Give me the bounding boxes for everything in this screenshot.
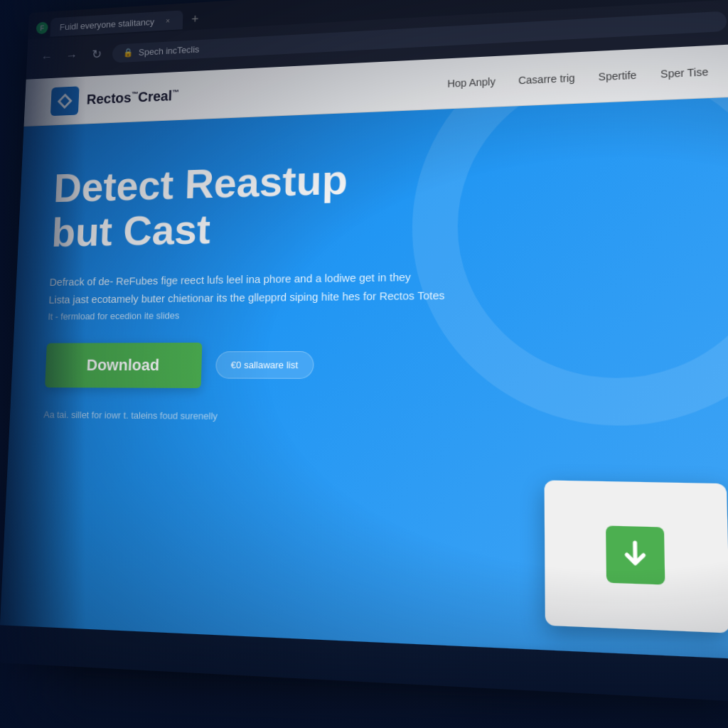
logo-text: Rectos™Creal™ <box>86 87 178 107</box>
logo-icon <box>50 86 80 116</box>
logo-area: Rectos™Creal™ <box>50 81 179 116</box>
hero-footnote: Aa tai. sillet for iowr t. taleins foud … <box>43 409 708 426</box>
new-tab-button[interactable]: + <box>186 9 205 29</box>
back-button[interactable]: ← <box>37 47 56 67</box>
forward-button[interactable]: → <box>62 46 81 65</box>
refresh-button[interactable]: ↻ <box>87 44 106 64</box>
hero-title: Detect Reastup but Cast <box>50 152 465 255</box>
cta-row: Download €0 sallaware list <box>45 341 707 390</box>
download-arrow-icon <box>606 525 665 584</box>
hero-description-3: It - fermload for ecedion ite slides <box>48 308 404 322</box>
secondary-cta-button[interactable]: €0 sallaware list <box>215 351 314 379</box>
hero-section: Detect Reastup but Cast Defrack of de- R… <box>0 97 728 660</box>
download-button[interactable]: Download <box>45 342 202 387</box>
nav-links: Hop Anply Casarre trig Spertife Sper Tis… <box>447 65 708 89</box>
website-content: Rectos™Creal™ Hop Anply Casarre trig Spe… <box>0 44 728 660</box>
nav-link-4[interactable]: Sper Tise <box>660 65 709 80</box>
device-mockup <box>545 480 728 633</box>
browser-window: F Fuidl everyone stalitancy × + ← → <box>0 0 728 702</box>
nav-link-2[interactable]: Casarre trig <box>518 72 575 86</box>
lock-icon: 🔒 <box>123 48 134 58</box>
tab-close-button[interactable]: × <box>162 15 173 26</box>
tab-favicon: F <box>36 21 48 34</box>
hero-description-1: Defrack of de- ReFubes fige reect lufs l… <box>49 269 481 288</box>
nav-link-3[interactable]: Spertife <box>599 69 637 82</box>
tab-title: Fuidl everyone stalitancy <box>60 16 155 32</box>
nav-link-1[interactable]: Hop Anply <box>447 75 496 89</box>
screen-wrapper: F Fuidl everyone stalitancy × + ← → <box>0 0 728 728</box>
hero-description-2: Lista jast ecotamely buter chietionar it… <box>48 288 481 305</box>
url-text: Spech incTeclis <box>139 43 200 57</box>
